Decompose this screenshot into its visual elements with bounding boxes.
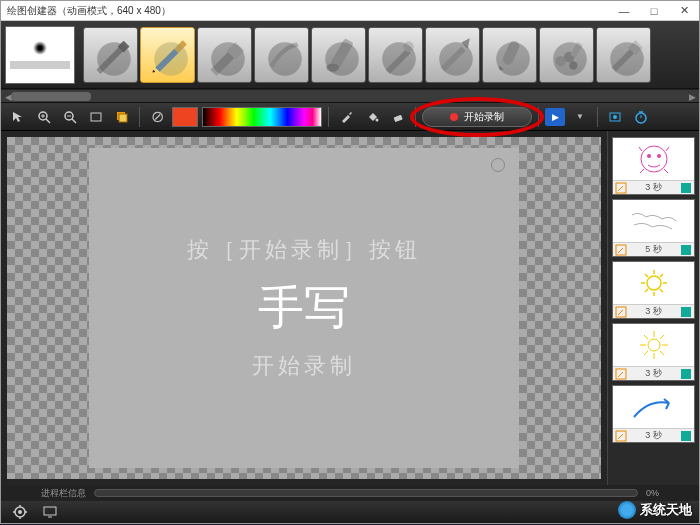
- svg-point-20: [610, 42, 644, 76]
- progress-bar-row: 进程栏信息 0%: [1, 485, 699, 501]
- svg-point-40: [657, 154, 661, 158]
- window-title: 绘图创建器（动画模式，640 x 480）: [7, 4, 171, 18]
- brush-tool-1[interactable]: [140, 27, 195, 83]
- monitor-icon[interactable]: [39, 501, 61, 523]
- svg-point-11: [439, 42, 473, 76]
- svg-point-18: [553, 42, 587, 76]
- drawing-canvas[interactable]: 按［开始录制］按钮 手写 开始录制: [89, 148, 519, 468]
- brush-tool-5[interactable]: [368, 27, 423, 83]
- zoom-in-icon[interactable]: [33, 106, 55, 128]
- progress-label: 进程栏信息: [41, 487, 86, 500]
- brush-tool-4[interactable]: [311, 27, 366, 83]
- record-button[interactable]: 开始录制: [422, 107, 532, 127]
- svg-point-2: [154, 42, 188, 76]
- brush-mini-icon: [615, 244, 627, 256]
- no-color-icon[interactable]: ⊘: [146, 106, 168, 128]
- record-dot-icon: [450, 113, 458, 121]
- svg-point-34: [613, 115, 617, 119]
- progress-percent: 0%: [646, 488, 659, 498]
- zoom-out-icon[interactable]: [59, 106, 81, 128]
- fit-screen-icon[interactable]: [85, 106, 107, 128]
- gear-icon[interactable]: [9, 501, 31, 523]
- brush-tool-2[interactable]: [197, 27, 252, 83]
- svg-point-13: [496, 42, 530, 76]
- canvas-container: 按［开始录制］按钮 手写 开始录制: [1, 131, 607, 485]
- svg-line-52: [660, 274, 663, 277]
- svg-point-10: [382, 42, 416, 76]
- scrollbar-thumb[interactable]: [11, 92, 91, 101]
- svg-line-50: [645, 274, 648, 277]
- color-swatch[interactable]: [172, 107, 198, 127]
- svg-line-63: [660, 335, 664, 339]
- svg-rect-55: [681, 307, 691, 317]
- eraser-icon[interactable]: [387, 106, 409, 128]
- svg-rect-44: [681, 245, 691, 255]
- scroll-right-icon[interactable]: ▶: [687, 92, 697, 102]
- brush-toolbar: [1, 21, 699, 89]
- thumbnail-item[interactable]: 5 秒: [612, 199, 695, 257]
- thumb-duration: 3 秒: [645, 367, 662, 380]
- svg-rect-28: [91, 113, 101, 121]
- brush-tool-3[interactable]: [254, 27, 309, 83]
- svg-point-4: [211, 42, 245, 76]
- close-button[interactable]: ✕: [669, 1, 699, 20]
- titlebar[interactable]: 绘图创建器（动画模式，640 x 480） — □ ✕: [1, 1, 699, 21]
- teal-square-icon: [680, 182, 692, 194]
- svg-line-51: [660, 289, 663, 292]
- thumbnail-item[interactable]: 3 秒: [612, 137, 695, 195]
- svg-line-26: [72, 119, 76, 123]
- app-window: 绘图创建器（动画模式，640 x 480） — □ ✕ ◀ ▶ ⊘: [0, 0, 700, 524]
- play-button[interactable]: ▶: [545, 108, 565, 126]
- canvas-hint-1: 按［开始录制］按钮: [187, 235, 421, 265]
- play-dropdown-icon[interactable]: ▼: [569, 106, 591, 128]
- layers-icon[interactable]: [111, 106, 133, 128]
- thumbnail-item[interactable]: 3 秒: [612, 261, 695, 319]
- brush-scrollbar[interactable]: ◀ ▶: [1, 89, 699, 103]
- svg-rect-32: [394, 114, 403, 121]
- thumbnail-panel: 3 秒 5 秒 3 秒 3 秒 3 秒: [607, 131, 699, 485]
- thumb-duration: 5 秒: [645, 243, 662, 256]
- svg-point-70: [18, 510, 22, 514]
- settings-icon[interactable]: [604, 106, 626, 128]
- svg-line-53: [645, 289, 648, 292]
- minimize-button[interactable]: —: [609, 1, 639, 20]
- brush-preview: [5, 26, 75, 84]
- cursor-tool-icon[interactable]: [7, 106, 29, 128]
- svg-point-39: [647, 154, 651, 158]
- svg-rect-66: [681, 369, 691, 379]
- svg-point-38: [641, 146, 667, 172]
- brush-dot-icon: [33, 41, 47, 55]
- timer-icon[interactable]: [630, 106, 652, 128]
- watermark-logo-icon: [618, 501, 636, 519]
- brush-tool-6[interactable]: [425, 27, 480, 83]
- eyedropper-icon[interactable]: [335, 106, 357, 128]
- brush-mini-icon: [615, 430, 627, 442]
- maximize-button[interactable]: □: [639, 1, 669, 20]
- brush-mini-icon: [615, 368, 627, 380]
- canvas-hint-2: 开始录制: [252, 351, 356, 381]
- thumb-duration: 3 秒: [645, 429, 662, 442]
- svg-rect-75: [44, 507, 56, 515]
- brush-tool-8[interactable]: [539, 27, 594, 83]
- bucket-icon[interactable]: [361, 106, 383, 128]
- thumbnail-item[interactable]: 3 秒: [612, 385, 695, 443]
- color-spectrum[interactable]: [202, 107, 322, 127]
- bottom-toolbar: [1, 501, 699, 523]
- thumbnail-item[interactable]: 3 秒: [612, 323, 695, 381]
- teal-square-icon: [680, 430, 692, 442]
- canvas-selection-icon: [491, 158, 505, 172]
- progress-track: [94, 489, 638, 497]
- canvas-big-text: 手写: [258, 277, 350, 339]
- brush-mini-icon: [615, 306, 627, 318]
- svg-point-45: [647, 276, 661, 290]
- teal-square-icon: [680, 306, 692, 318]
- svg-point-1: [97, 42, 131, 76]
- svg-rect-68: [681, 431, 691, 441]
- brush-tool-7[interactable]: [482, 27, 537, 83]
- svg-line-61: [644, 335, 648, 339]
- brush-tool-0[interactable]: [83, 27, 138, 83]
- brush-tool-9[interactable]: [596, 27, 651, 83]
- brush-mini-icon: [615, 182, 627, 194]
- svg-rect-30: [119, 114, 127, 122]
- brush-size-slider[interactable]: [10, 61, 70, 69]
